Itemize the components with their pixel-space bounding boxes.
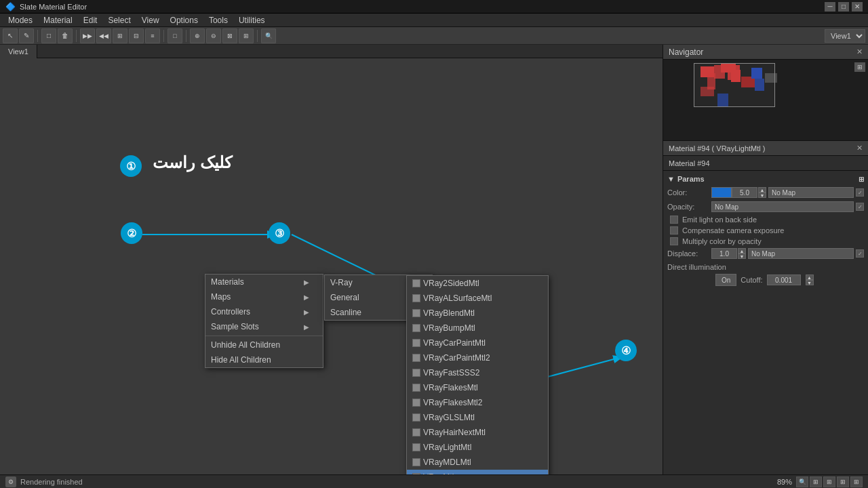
vray-mtl-light[interactable]: VRayLightMtl	[407, 440, 548, 455]
tb-btn7[interactable]: ≡	[145, 28, 160, 43]
opacity-nomap[interactable]: No Map	[711, 201, 854, 212]
vray-mtl-carpaint2[interactable]: VRayCarPaintMtl2	[407, 350, 548, 365]
ctx-materials[interactable]: Materials ▶	[205, 274, 323, 289]
tb-select-btn[interactable]: ↖	[3, 28, 18, 43]
tb-zoom-btn[interactable]: 🔍	[261, 28, 276, 43]
displace-map-check[interactable]: ✓	[856, 249, 864, 258]
arrow-overlay	[0, 58, 663, 474]
cutoff-spin-up[interactable]: ▲	[806, 274, 814, 280]
displace-nomap[interactable]: No Map	[748, 248, 854, 259]
tb-btn3[interactable]: ▶▶	[80, 28, 95, 43]
multiply-color-label: Multiply color by opacity	[682, 237, 762, 245]
displace-spin-down[interactable]: ▼	[738, 253, 746, 259]
menu-modes[interactable]: Modes	[3, 14, 38, 26]
ctx-maps[interactable]: Maps ▶	[205, 289, 323, 304]
cutoff-spin-down[interactable]: ▼	[806, 280, 814, 285]
direct-illum-on-button[interactable]: On	[715, 274, 736, 286]
color-spin-down[interactable]: ▼	[758, 192, 766, 198]
navigator-title: Navigator	[669, 47, 703, 57]
vray-mtl-main[interactable]: VRayMtl	[407, 470, 548, 474]
menu-options[interactable]: Options	[165, 14, 203, 26]
menu-utilities[interactable]: Utilities	[233, 14, 271, 26]
statusbar-buttons: 🔍 ⊞ ⊞ ⊞ ⊞	[796, 476, 863, 487]
status-icon: ⚙	[5, 476, 16, 487]
nav-viewport-indicator	[694, 63, 775, 107]
vray-mtl-hairnext[interactable]: VRayHairNextMtl	[407, 425, 548, 440]
minimize-button[interactable]: ─	[825, 2, 835, 12]
menu-edit[interactable]: Edit	[78, 14, 103, 26]
vray-mtl-blend[interactable]: VRayBlendMtl	[407, 306, 548, 321]
close-button[interactable]: ✕	[852, 2, 863, 12]
navigator-header: Navigator ✕	[663, 45, 868, 60]
menu-tools[interactable]: Tools	[203, 14, 233, 26]
status-btn-3[interactable]: ⊞	[837, 476, 849, 487]
menubar: Modes Material Edit Select View Options …	[0, 14, 868, 27]
tb-btn11[interactable]: ⊠	[222, 28, 237, 43]
emit-back-checkbox[interactable]	[670, 216, 678, 224]
color-spin-up[interactable]: ▲	[758, 187, 766, 192]
tb-btn6[interactable]: ⊟	[129, 28, 144, 43]
submenu-materials: V-Ray ▶ General ▶ Scanline ▶ VRay2SidedM…	[324, 274, 433, 321]
params-collapse-icon[interactable]: ▼	[667, 175, 675, 183]
restore-button[interactable]: □	[838, 2, 849, 12]
ctx-controllers[interactable]: Controllers ▶	[205, 304, 323, 319]
status-btn-1[interactable]: ⊞	[810, 476, 822, 487]
comp-camera-checkbox[interactable]	[670, 226, 678, 235]
displace-value-input[interactable]	[711, 248, 737, 259]
vray-mtl-carpaint[interactable]: VRayCarPaintMtl	[407, 336, 548, 350]
color-map-check[interactable]: ✓	[856, 188, 864, 197]
tb-btn10[interactable]: ⊖	[206, 28, 221, 43]
color-value-input[interactable]	[732, 187, 757, 198]
tb-sep2	[76, 30, 77, 42]
vray-mtl-bump[interactable]: VRayBumpMtl	[407, 321, 548, 336]
tb-btn8[interactable]: □	[167, 28, 182, 43]
tb-draw-btn[interactable]: ✎	[19, 28, 34, 43]
tb-sep3	[163, 30, 164, 42]
navigator-close[interactable]: ✕	[856, 47, 863, 56]
ctx-sample-slots[interactable]: Sample Slots ▶	[205, 319, 323, 334]
color-nomap[interactable]: No Map	[768, 187, 854, 198]
tb-btn9[interactable]: ⊕	[190, 28, 205, 43]
color-swatch[interactable]	[711, 187, 732, 198]
params-options-icon[interactable]: ⊞	[859, 176, 864, 183]
ctx-unhide-children[interactable]: Unhide All Children	[205, 338, 323, 352]
opacity-label: Opacity:	[667, 203, 711, 211]
status-btn-4[interactable]: ⊞	[850, 476, 863, 487]
opacity-map-check[interactable]: ✓	[856, 203, 864, 211]
displace-spin-up[interactable]: ▲	[738, 248, 746, 253]
view-selector[interactable]: View1	[825, 29, 865, 43]
status-btn-2[interactable]: ⊞	[823, 476, 835, 487]
menu-select[interactable]: Select	[102, 14, 136, 26]
vray-mtl-flakes2[interactable]: VRayFlakesMtl2	[407, 395, 548, 410]
vray-mtl-fastsss2[interactable]: VRayFastSSS2	[407, 365, 548, 380]
cutoff-value-input[interactable]	[767, 274, 801, 285]
statusbar: ⚙ Rendering finished 89% 🔍 ⊞ ⊞ ⊞ ⊞	[0, 474, 868, 488]
tb-btn12[interactable]: ⊞	[239, 28, 254, 43]
view-tab-view1[interactable]: View1	[0, 45, 37, 58]
navigator-expand-button[interactable]: ⊞	[854, 62, 865, 72]
ctx-hide-children[interactable]: Hide All Children	[205, 352, 323, 367]
menu-material[interactable]: Material	[38, 14, 78, 26]
vray-mtl-2sided[interactable]: VRay2SidedMtl	[407, 276, 548, 291]
window-controls: ─ □ ✕	[825, 2, 863, 12]
title-area: 🔷 Slate Material Editor	[5, 2, 87, 12]
tb-sep1	[37, 30, 38, 42]
vray-mtl-mdl[interactable]: VRayMDLMtl	[407, 455, 548, 470]
step1-circle: ①	[120, 155, 142, 177]
tb-rect-btn[interactable]: □	[41, 28, 56, 43]
multiply-color-checkbox[interactable]	[670, 237, 678, 245]
status-btn-search[interactable]: 🔍	[796, 476, 808, 487]
material-title: Material #94 ( VRayLightMtl )	[669, 144, 765, 152]
vray-mtl-flakes[interactable]: VRayFlakesMtl	[407, 380, 548, 395]
viewport[interactable]: ① ② ③ ④ کلیک راست Materials ▶	[0, 58, 663, 474]
vray-mtl-alsurface[interactable]: VRayALSurfaceMtl	[407, 291, 548, 306]
vray-mtl-glsl[interactable]: VRayGLSLMtl	[407, 410, 548, 425]
tb-delete-btn[interactable]: 🗑	[58, 28, 73, 43]
tb-btn4[interactable]: ◀◀	[96, 28, 111, 43]
material-name-bar: Material #94	[663, 156, 868, 171]
material-close-button[interactable]: ✕	[856, 144, 863, 152]
tb-btn5[interactable]: ⊞	[113, 28, 127, 43]
displace-spinners: ▲ ▼	[738, 248, 746, 259]
menu-view[interactable]: View	[136, 14, 165, 26]
emit-back-label: Emit light on back side	[682, 216, 757, 224]
